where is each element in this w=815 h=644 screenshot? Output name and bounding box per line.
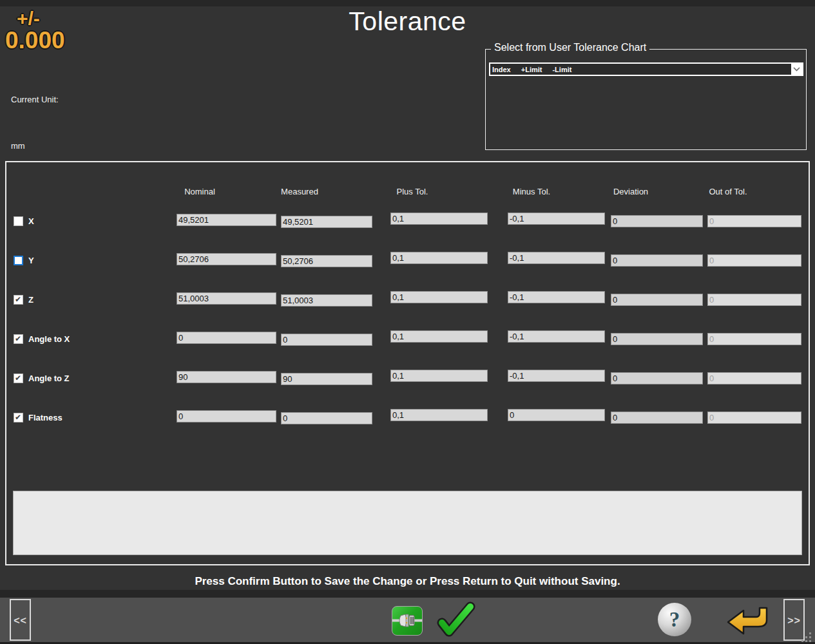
z-minus-tol-input[interactable] (508, 291, 605, 303)
tolerance-row-flatness: Flatness (6, 410, 809, 427)
tolerance-chart-dropdown-value: Index +Limit -Limit (490, 66, 791, 73)
return-arrow-icon (725, 605, 769, 635)
flatness-measured-input[interactable] (281, 412, 372, 424)
dropdown-col-index: Index (492, 66, 511, 73)
y-measured-input[interactable] (281, 255, 372, 267)
z-checkbox[interactable] (14, 295, 23, 305)
flatness-deviation-input[interactable] (611, 412, 703, 424)
user-tolerance-chart-group-label: Select from User Tolerance Chart (491, 42, 649, 53)
tolerance-row-y: Y (6, 253, 809, 270)
x-out-of-tol-field (707, 215, 801, 227)
tolerance-row-angle-to-z: Angle to Z (6, 371, 809, 388)
x-minus-tol-input[interactable] (508, 213, 605, 225)
bottom-toolbar: << ? (0, 598, 815, 644)
checkmark-icon (437, 601, 475, 639)
plug-icon (392, 607, 422, 635)
column-header-deviation: Deviation (613, 187, 648, 196)
tolerance-row-x: X (6, 214, 809, 231)
tolerance-chart-dropdown[interactable]: Index +Limit -Limit (489, 62, 803, 76)
y-plus-tol-input[interactable] (390, 252, 488, 264)
help-button[interactable]: ? (658, 603, 691, 636)
dropdown-col-plus-limit: +Limit (521, 66, 542, 73)
column-header-minus-tol: Minus Tol. (513, 187, 550, 196)
z-measured-input[interactable] (281, 294, 372, 307)
toolbar-divider (0, 590, 815, 598)
question-mark-icon: ? (669, 608, 680, 631)
x-checkbox[interactable] (14, 216, 23, 226)
current-unit-label: Current Unit: (11, 95, 59, 104)
angle-to-z-nominal-input[interactable] (177, 371, 276, 383)
current-unit-value: mm (11, 141, 25, 151)
z-row-label: Z (28, 295, 34, 305)
angle-to-z-plus-tol-input[interactable] (390, 370, 488, 382)
x-deviation-input[interactable] (611, 215, 703, 227)
dropdown-button[interactable] (791, 64, 802, 75)
y-nominal-input[interactable] (177, 253, 276, 265)
y-checkbox[interactable] (14, 256, 23, 265)
tolerance-row-z: Z (6, 292, 809, 309)
chevron-down-icon (793, 67, 800, 71)
angle-to-x-nominal-input[interactable] (177, 332, 276, 344)
flatness-row-label: Flatness (28, 413, 62, 422)
z-deviation-input[interactable] (611, 294, 703, 306)
previous-page-button[interactable]: << (10, 599, 31, 641)
x-plus-tol-input[interactable] (390, 213, 488, 225)
probe-connect-button[interactable] (392, 606, 423, 636)
flatness-minus-tol-input[interactable] (508, 409, 605, 421)
angle-to-z-deviation-input[interactable] (611, 372, 703, 384)
angle-to-x-row-label: Angle to X (28, 334, 70, 344)
column-header-nominal: Nominal (184, 187, 215, 196)
z-plus-tol-input[interactable] (390, 291, 488, 303)
window-resize-grip[interactable] (801, 632, 813, 643)
angle-to-z-minus-tol-input[interactable] (508, 370, 605, 382)
y-out-of-tol-field (707, 254, 801, 267)
message-area[interactable] (13, 491, 802, 555)
flatness-nominal-input[interactable] (177, 410, 276, 422)
window-top-edge (0, 0, 815, 6)
tolerance-row-angle-to-x: Angle to X (6, 332, 809, 348)
return-button[interactable] (725, 605, 769, 635)
angle-to-z-row-label: Angle to Z (28, 374, 70, 383)
page-title: Tolerance (0, 6, 815, 37)
angle-to-x-out-of-tol-field (707, 333, 801, 345)
flatness-checkbox[interactable] (14, 413, 23, 422)
flatness-plus-tol-input[interactable] (390, 409, 488, 421)
angle-to-z-checkbox[interactable] (14, 374, 23, 383)
confirm-instruction-text: Press Confirm Button to Save the Change … (0, 575, 815, 588)
angle-to-z-measured-input[interactable] (281, 373, 372, 385)
dropdown-col-minus-limit: -Limit (552, 66, 571, 73)
confirm-button[interactable] (437, 601, 475, 639)
column-header-out-of-tol: Out of Tol. (709, 187, 747, 196)
x-measured-input[interactable] (281, 216, 372, 228)
angle-to-x-deviation-input[interactable] (611, 333, 703, 345)
angle-to-x-plus-tol-input[interactable] (390, 330, 488, 343)
angle-to-x-checkbox[interactable] (14, 334, 23, 344)
z-nominal-input[interactable] (177, 292, 276, 305)
flatness-out-of-tol-field (707, 412, 801, 424)
x-nominal-input[interactable] (177, 214, 276, 226)
angle-to-x-measured-input[interactable] (281, 334, 372, 346)
angle-to-x-minus-tol-input[interactable] (508, 330, 605, 343)
user-tolerance-chart-group: Select from User Tolerance Chart Index +… (485, 49, 807, 150)
angle-to-z-out-of-tol-field (707, 372, 801, 384)
x-row-label: X (28, 216, 34, 226)
y-row-label: Y (28, 256, 34, 265)
column-header-measured: Measured (281, 187, 318, 196)
z-out-of-tol-field (707, 294, 801, 306)
y-deviation-input[interactable] (611, 254, 703, 267)
y-minus-tol-input[interactable] (508, 252, 605, 264)
column-header-plus-tol: Plus Tol. (397, 187, 428, 196)
